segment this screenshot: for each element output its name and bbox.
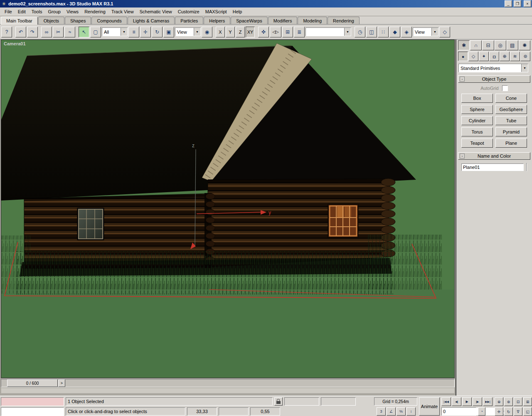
open-trackview-button[interactable]: ◷ (355, 27, 365, 37)
tab-shapes[interactable]: Shapes (65, 17, 91, 24)
go-to-end-button[interactable]: ▶▶| (483, 397, 493, 406)
object-class-dropdown[interactable]: Standard Primitives ▼ (458, 64, 528, 72)
tab-spacewarps[interactable]: SpaceWarps (231, 17, 268, 24)
tab-helpers[interactable]: Helpers (204, 17, 230, 24)
go-to-start-button[interactable]: |◀◀ (441, 397, 451, 406)
restrict-z-button[interactable]: Z (236, 27, 245, 37)
minimize-button[interactable]: _ (505, 0, 512, 7)
zoom-all-button[interactable]: ⊛ (504, 397, 513, 406)
tab-main-toolbar[interactable]: Main Toolbar (1, 17, 38, 25)
pyramid-button[interactable]: Pyramid (495, 127, 527, 136)
play-button[interactable]: ▶ (462, 397, 472, 406)
menu-rendering[interactable]: Rendering (81, 8, 108, 15)
tab-particles[interactable]: Particles (175, 17, 203, 24)
frame-number-input[interactable] (442, 408, 503, 415)
geosphere-button[interactable]: GeoSphere (495, 105, 527, 114)
zoom-extents-button[interactable]: ⊡ (514, 397, 522, 406)
select-and-move-button[interactable]: ✛ (140, 27, 151, 37)
menu-maxscript[interactable]: MAXScript (202, 8, 230, 15)
selection-lock-button[interactable] (274, 397, 283, 406)
unlink-selection-button[interactable]: ✂ (53, 27, 64, 37)
collapse-icon[interactable]: - (460, 154, 465, 158)
category-cameras[interactable]: ◘ (489, 52, 499, 61)
quick-render-button[interactable]: ◈ (401, 27, 412, 37)
category-systems[interactable]: ⊚ (520, 52, 530, 61)
cylinder-button[interactable]: Cylinder (461, 116, 493, 125)
object-color-swatch[interactable] (526, 163, 527, 171)
autogrid-checkbox[interactable] (502, 85, 508, 91)
tab-compounds[interactable]: Compounds (91, 17, 127, 24)
reference-coordinate-dropdown[interactable]: View ▼ (175, 27, 201, 36)
menu-file[interactable]: File (2, 8, 15, 15)
sphere-button[interactable]: Sphere (461, 105, 493, 114)
coordinate-x-field[interactable]: 33,33 (187, 407, 217, 416)
align-button[interactable]: ≣ (294, 27, 305, 37)
restrict-xy-plane-button[interactable]: XY (246, 27, 255, 37)
category-geometry[interactable]: ● (458, 52, 468, 61)
select-object-button[interactable]: ↖ (79, 27, 89, 37)
menu-schematic-view[interactable]: Schematic View (137, 8, 175, 15)
angle-snap-button[interactable]: ∠ (387, 407, 396, 416)
tab-motion[interactable]: ◎ (495, 40, 506, 50)
pan-button[interactable]: ✛ (495, 407, 503, 416)
restore-button[interactable]: ❐ (514, 0, 521, 7)
box-button[interactable]: Box (461, 94, 493, 103)
tab-modeling[interactable]: Modeling (298, 17, 327, 24)
redo-button[interactable]: ↷ (27, 27, 38, 37)
next-frame-nudge-button[interactable]: > (58, 379, 65, 387)
select-and-link-button[interactable]: ∞ (41, 27, 52, 37)
ik-toggle-button[interactable]: ✜ (258, 27, 269, 37)
pivot-center-button[interactable]: ◉ (202, 27, 212, 37)
close-button[interactable]: × (524, 0, 531, 7)
tab-modify[interactable]: ∩ (470, 40, 482, 50)
menu-help[interactable]: Help (230, 8, 245, 15)
object-type-rollout[interactable]: - Object Type (458, 75, 530, 83)
chevron-down-icon[interactable]: ▼ (521, 64, 528, 72)
category-helpers[interactable]: ⊕ (500, 52, 510, 61)
select-and-rotate-button[interactable]: ↻ (152, 27, 163, 37)
selection-filter-dropdown[interactable]: All ▼ (102, 27, 128, 36)
name-and-color-rollout[interactable]: - Name and Color (458, 152, 530, 160)
arc-rotate-button[interactable]: ↻ (504, 407, 513, 416)
open-schematic-view-button[interactable]: ◫ (366, 27, 377, 37)
tab-create[interactable]: ✱ (458, 40, 470, 50)
region-select-button[interactable]: ▢ (90, 27, 101, 37)
time-slider-thumb[interactable]: 0 / 600 (7, 379, 58, 387)
mirror-button[interactable]: ◁▷ (270, 27, 281, 37)
tab-objects[interactable]: Objects (38, 17, 64, 24)
field-of-view-button[interactable]: ∇ (514, 407, 522, 416)
array-button[interactable]: ⊞ (282, 27, 293, 37)
zoom-region-button[interactable]: ⊞ (523, 397, 532, 406)
snap-toggle-3d-button[interactable]: 3 (377, 407, 386, 416)
chevron-down-icon[interactable]: ▼ (121, 28, 127, 36)
next-frame-button[interactable]: |▶ (473, 397, 482, 406)
render-type-dropdown[interactable]: View ▼ (413, 27, 438, 36)
maxscript-listener-line[interactable] (1, 407, 64, 416)
restrict-y-button[interactable]: Y (226, 27, 235, 37)
torus-button[interactable]: Torus (461, 127, 493, 136)
time-configuration-button[interactable]: ◔ (478, 407, 485, 416)
undo-button[interactable]: ↶ (15, 27, 26, 37)
animate-button[interactable]: Animate (419, 397, 440, 416)
coordinate-y-field[interactable] (219, 407, 249, 416)
tab-modifiers[interactable]: Modifiers (268, 17, 298, 24)
tab-display[interactable]: ▤ (507, 40, 518, 50)
percent-snap-button[interactable]: % (397, 407, 406, 416)
plane-button[interactable]: Plane (495, 139, 527, 148)
select-and-scale-button[interactable]: ▣ (163, 27, 174, 37)
chevron-down-icon[interactable]: ▼ (344, 28, 351, 36)
menu-customize[interactable]: Customize (175, 8, 202, 15)
teapot-button[interactable]: Teapot (461, 139, 493, 148)
category-spacewarps[interactable]: ≋ (510, 52, 520, 61)
bind-to-spacewarp-button[interactable]: ≈ (64, 27, 75, 37)
current-frame-field[interactable]: ▲ ▼ (441, 407, 476, 416)
category-lights[interactable]: ✦ (479, 52, 489, 61)
category-shapes[interactable]: ◇ (468, 52, 478, 61)
render-scene-button[interactable]: ◆ (389, 27, 400, 37)
object-name-input[interactable] (461, 163, 524, 171)
tab-hierarchy[interactable]: ⊟ (482, 40, 494, 50)
material-editor-button[interactable]: ∷ (378, 27, 389, 37)
chevron-down-icon[interactable]: ▼ (431, 28, 438, 36)
macro-recorder-line[interactable] (1, 397, 64, 406)
render-last-button[interactable]: ◇ (439, 27, 450, 37)
